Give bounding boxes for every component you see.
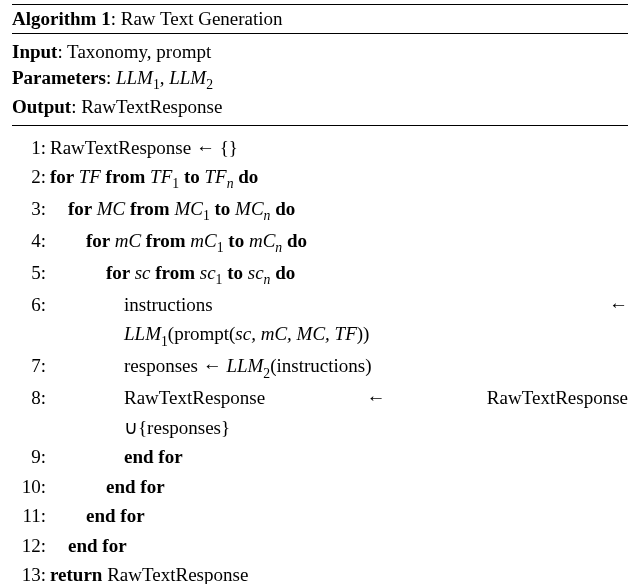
lineno: 1: [12,133,50,162]
input-label: Input [12,41,57,62]
lineno: 6: [12,290,50,319]
line-11: 11: end for [12,501,628,530]
line-12: 12: end for [12,531,628,560]
params-comma: , [160,67,170,88]
stmt: for sc from sc1 to scn do [50,258,628,290]
stmt: instructions ← LLM1(prompt(sc, mC, MC, T… [50,290,628,351]
lineno: 9: [12,442,50,471]
params-llm2-sub: 2 [206,77,213,92]
algorithm-title-suffix: : Raw Text Generation [111,8,283,29]
line-8: 8: RawTextResponse ← RawTextResponse ∪{r… [12,383,628,442]
line-2: 2: for TF from TF1 to TFn do [12,162,628,194]
params-prefix: : [106,67,116,88]
params-llm2: LLM [169,67,206,88]
output-value: : RawTextResponse [71,96,222,117]
stmt: return RawTextResponse [50,560,628,584]
lineno: 2: [12,162,50,191]
input-value: : Taxonomy, prompt [57,41,211,62]
lineno: 7: [12,351,50,380]
lineno: 12: [12,531,50,560]
lineno: 4: [12,226,50,255]
stmt: RawTextResponse ← RawTextResponse ∪{resp… [50,383,628,442]
stmt: responses ← LLM2(instructions) [50,351,628,383]
line-5: 5: for sc from sc1 to scn do [12,258,628,290]
lineno: 5: [12,258,50,287]
stmt: end for [50,501,628,530]
algorithm-io: Input: Taxonomy, prompt Parameters: LLM1… [12,34,628,126]
line-1: 1: RawTextResponse ← {} [12,133,628,162]
algorithm-block: Algorithm 1: Raw Text Generation Input: … [12,4,628,584]
params-llm1: LLM [116,67,153,88]
instr-word: instructions [124,290,213,319]
line-3: 3: for MC from MC1 to MCn do [12,194,628,226]
line-4: 4: for mC from mC1 to mCn do [12,226,628,258]
line-6: 6: instructions ← LLM1(prompt(sc, mC, MC… [12,290,628,351]
stmt: end for [50,531,628,560]
line-10: 10: end for [12,472,628,501]
input-row: Input: Taxonomy, prompt [12,39,628,65]
lineno: 11: [12,501,50,530]
line-7: 7: responses ← LLM2(instructions) [12,351,628,383]
line-9: 9: end for [12,442,628,471]
lineno: 10: [12,472,50,501]
line-13: 13: return RawTextResponse [12,560,628,584]
stmt: for MC from MC1 to MCn do [50,194,628,226]
stmt: end for [50,442,628,471]
lineno: 3: [12,194,50,223]
output-label: Output [12,96,71,117]
stmt: for mC from mC1 to mCn do [50,226,628,258]
stmt: RawTextResponse ← {} [50,133,628,162]
arrow: ← [609,290,628,319]
lineno: 8: [12,383,50,412]
stmt: for TF from TF1 to TFn do [50,162,628,194]
algorithm-body: 1: RawTextResponse ← {} 2: for TF from T… [12,126,628,584]
params-llm1-sub: 1 [153,77,160,92]
algorithm-title-row: Algorithm 1: Raw Text Generation [12,5,628,34]
algorithm-title-prefix: Algorithm [12,8,96,29]
output-row: Output: RawTextResponse [12,94,628,120]
algorithm-number: 1 [101,8,111,29]
lineno: 13: [12,560,50,584]
stmt: end for [50,472,628,501]
params-label: Parameters [12,67,106,88]
params-row: Parameters: LLM1, LLM2 [12,65,628,94]
